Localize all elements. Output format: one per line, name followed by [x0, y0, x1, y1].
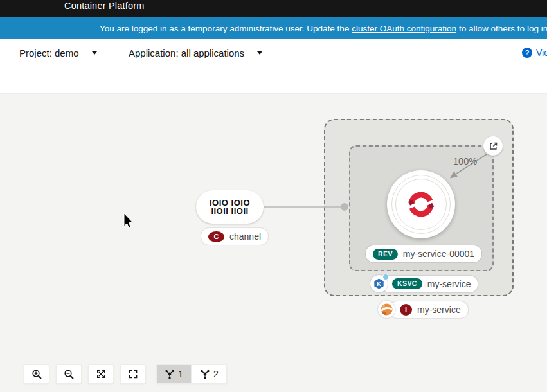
zoom-out-icon [64, 369, 75, 380]
channel-name: channel [229, 231, 261, 242]
mouse-cursor [123, 213, 135, 230]
svg-text:K: K [377, 281, 381, 287]
topology-layout-icon [165, 369, 175, 379]
layout-2-button[interactable]: 2 [192, 364, 227, 384]
camel-integration-icon [378, 301, 395, 318]
knative-subbadge-icon [382, 274, 389, 280]
knative-icon: K [370, 275, 388, 292]
application-dropdown-label: Application: all applications [129, 48, 244, 58]
open-url-decorator[interactable] [483, 136, 503, 156]
revision-label-chip[interactable]: REV my-service-00001 [366, 245, 481, 262]
revision-kind-badge: REV [373, 249, 398, 260]
layout-1-button[interactable]: 1 [156, 364, 192, 384]
traffic-percent-label: 100% [453, 156, 477, 166]
help-icon: ? [522, 48, 532, 58]
topology-toolbar: Display options Filter by resource / i [0, 66, 547, 94]
admin-alert-banner: You are logged in as a temporary adminis… [0, 17, 547, 39]
fit-to-screen-icon [96, 369, 106, 379]
ksvc-kind-badge: KSVC [392, 278, 422, 289]
project-dropdown-label: Project: demo [19, 48, 79, 58]
brand-title: Container Platform [64, 1, 145, 11]
zoom-out-button[interactable] [56, 364, 82, 384]
chevron-down-icon [92, 51, 97, 55]
banner-text-before: You are logged in as a temporary adminis… [100, 24, 349, 33]
openshift-console: Container Platform You are logged in as … [0, 0, 547, 392]
revision-name: my-service-00001 [403, 249, 474, 259]
fit-to-screen-button[interactable] [88, 364, 114, 384]
zoom-in-button[interactable] [24, 364, 49, 384]
layout-toggle-group: 1 2 [156, 364, 227, 384]
reset-view-button[interactable] [120, 364, 146, 384]
cluster-oauth-link[interactable]: cluster OAuth configuration [352, 24, 456, 33]
openshift-logo-icon [406, 189, 436, 220]
project-dropdown[interactable]: Project: demo [19, 39, 97, 66]
masthead: Container Platform [0, 0, 547, 17]
integration-label-row[interactable]: I my-service [378, 301, 468, 318]
external-link-icon [489, 141, 498, 151]
chevron-down-icon [257, 51, 262, 55]
layout-2-label: 2 [213, 369, 219, 379]
zoom-in-icon [31, 369, 42, 380]
layout-1-label: 1 [178, 369, 183, 379]
revision-node[interactable] [387, 170, 455, 238]
topology-layout-icon [200, 369, 210, 379]
ksvc-name: my-service [427, 279, 471, 289]
integration-kind-badge: I [400, 304, 412, 316]
view-shortcuts-link[interactable]: ? View shortcuts [522, 39, 547, 66]
topology-canvas[interactable]: 100% IOIO IOIO IIOII IIOII C channel [0, 94, 547, 392]
banner-text-after: to allow others to log in. [459, 24, 547, 33]
integration-name: my-service [417, 305, 461, 315]
view-shortcuts-label: View shortcuts [536, 48, 547, 58]
channel-kind-badge: C [208, 231, 224, 242]
channel-binary-icon: IIOII IIOII [211, 207, 248, 215]
context-bar: Project: demo Application: all applicati… [0, 39, 547, 66]
knative-service-label-row[interactable]: K KSVC my-service [370, 275, 478, 292]
reset-view-icon [128, 369, 138, 379]
application-dropdown[interactable]: Application: all applications [129, 39, 262, 66]
channel-node[interactable]: IOIO IOIO IIOII IIOII [196, 190, 264, 224]
channel-label-chip[interactable]: C channel [201, 228, 268, 245]
